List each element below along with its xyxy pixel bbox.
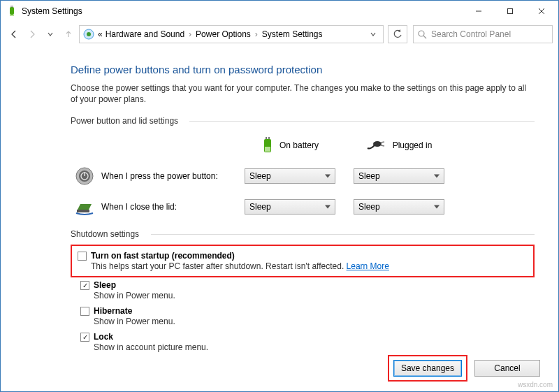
cancel-button[interactable]: Cancel xyxy=(474,360,540,377)
power-button-plugged-select[interactable]: Sleep xyxy=(354,168,444,184)
hibernate-checkbox[interactable] xyxy=(80,307,89,316)
svg-rect-23 xyxy=(77,210,89,212)
power-table: On battery Plugged in xyxy=(71,130,535,222)
titlebar: System Settings xyxy=(1,1,558,22)
lid-icon xyxy=(75,197,94,217)
column-plugged-in: Plugged in xyxy=(351,140,447,151)
fast-startup-checkbox[interactable] xyxy=(78,252,87,261)
option-lock: ✓ Lock Show in account picture menu. xyxy=(71,329,535,355)
refresh-button[interactable] xyxy=(388,25,407,43)
watermark: wsxdn.com xyxy=(518,381,553,389)
window-title: System Settings xyxy=(22,6,82,16)
option-sleep: ✓ Sleep Show in Power menu. xyxy=(71,277,535,303)
save-button[interactable]: Save changes xyxy=(393,360,462,377)
search-placeholder: Search Control Panel xyxy=(431,29,511,39)
breadcrumb-prefix[interactable]: « xyxy=(98,29,103,39)
battery-icon xyxy=(261,136,274,154)
plug-icon xyxy=(366,140,387,151)
page-title: Define power buttons and turn on passwor… xyxy=(71,64,535,75)
lock-label: Lock xyxy=(94,332,113,342)
nav-strip: « Hardware and Sound › Power Options › S… xyxy=(1,22,558,47)
minimize-button[interactable] xyxy=(463,1,494,21)
fast-startup-highlight: Turn on fast startup (recommended) This … xyxy=(71,245,535,277)
svg-rect-14 xyxy=(268,137,270,139)
row-power-button: When I press the power button: Sleep Sle… xyxy=(71,161,535,191)
column-on-battery: On battery xyxy=(242,136,337,154)
sleep-checkbox[interactable]: ✓ xyxy=(80,281,89,290)
close-button[interactable] xyxy=(525,1,557,21)
address-bar[interactable]: « Hardware and Sound › Power Options › S… xyxy=(79,25,384,43)
svg-point-16 xyxy=(373,141,382,147)
learn-more-link[interactable]: Learn More xyxy=(347,261,389,271)
hibernate-label: Hibernate xyxy=(94,306,132,316)
option-hibernate: Hibernate Show in Power menu. xyxy=(71,303,535,329)
svg-point-10 xyxy=(419,31,424,36)
back-button[interactable] xyxy=(6,27,22,42)
sleep-label: Sleep xyxy=(94,280,116,290)
address-dropdown[interactable] xyxy=(366,26,380,43)
svg-rect-1 xyxy=(11,6,12,8)
svg-point-9 xyxy=(87,32,91,36)
breadcrumb-item[interactable]: System Settings xyxy=(262,29,323,39)
lock-desc: Show in account picture menu. xyxy=(94,342,535,352)
page-intro: Choose the power settings that you want … xyxy=(71,82,535,105)
power-options-icon xyxy=(6,6,17,17)
save-highlight: Save changes xyxy=(388,355,467,382)
close-lid-plugged-select[interactable]: Sleep xyxy=(354,199,444,215)
svg-rect-13 xyxy=(266,137,267,139)
power-button-battery-select[interactable]: Sleep xyxy=(245,168,335,184)
search-input[interactable]: Search Control Panel xyxy=(413,25,553,43)
chevron-right-icon: › xyxy=(187,29,193,39)
sleep-desc: Show in Power menu. xyxy=(94,291,535,300)
row-label: When I press the power button: xyxy=(101,171,218,181)
control-panel-icon xyxy=(82,28,95,41)
section-shutdown-title: Shutdown settings xyxy=(71,229,535,239)
lock-checkbox[interactable]: ✓ xyxy=(80,333,89,342)
fast-startup-desc: This helps start your PC faster after sh… xyxy=(91,261,344,271)
row-label: When I close the lid: xyxy=(101,202,177,212)
svg-line-18 xyxy=(381,145,384,146)
recent-locations-button[interactable] xyxy=(43,27,58,42)
forward-button[interactable] xyxy=(24,27,40,42)
svg-rect-2 xyxy=(13,6,13,8)
breadcrumb-item[interactable]: Hardware and Sound xyxy=(106,29,184,39)
up-button[interactable] xyxy=(61,27,76,42)
power-button-icon xyxy=(75,166,94,186)
svg-rect-5 xyxy=(507,9,512,14)
chevron-right-icon: › xyxy=(254,29,259,39)
option-fast-startup: Turn on fast startup (recommended) This … xyxy=(75,248,530,274)
maximize-button[interactable] xyxy=(494,1,525,21)
svg-line-17 xyxy=(381,142,384,143)
shutdown-settings: Turn on fast startup (recommended) This … xyxy=(71,245,535,355)
section-power-title: Power button and lid settings xyxy=(71,116,535,126)
svg-rect-15 xyxy=(265,147,270,152)
svg-rect-0 xyxy=(10,7,14,15)
close-lid-battery-select[interactable]: Sleep xyxy=(245,199,335,215)
search-icon xyxy=(418,30,427,39)
svg-rect-3 xyxy=(10,15,14,16)
breadcrumb-item[interactable]: Power Options xyxy=(196,29,251,39)
fast-startup-label: Turn on fast startup (recommended) xyxy=(91,251,235,261)
footer-buttons: Save changes Cancel xyxy=(388,355,540,382)
content-area: Define power buttons and turn on passwor… xyxy=(1,47,558,355)
row-close-lid: When I close the lid: Sleep Sleep xyxy=(71,191,535,222)
svg-line-11 xyxy=(423,36,426,38)
hibernate-desc: Show in Power menu. xyxy=(94,317,535,326)
